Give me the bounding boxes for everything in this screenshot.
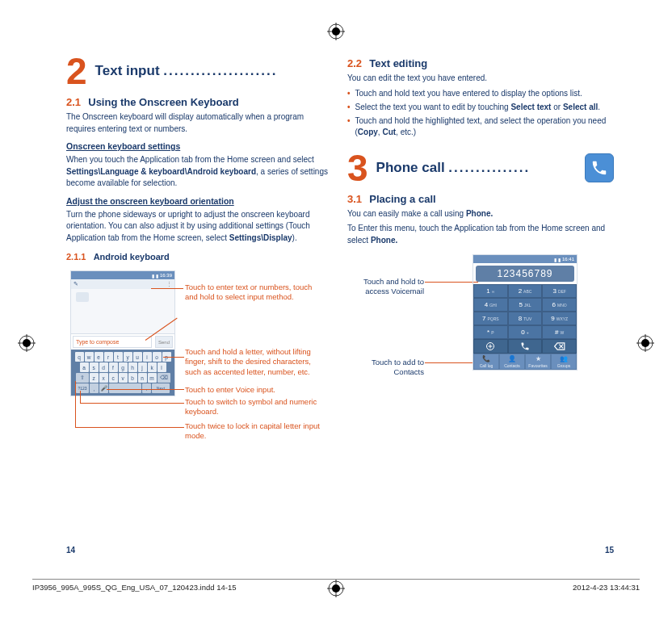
- section-3-1-heading: 3.1 Placing a call: [347, 193, 614, 205]
- annotation-symbol: Touch to switch to symbol and numeric ke…: [185, 397, 326, 417]
- dialer-screenshot: ▮ ▮16:41 123456789 1∞2ABC3DEF4GHI5JKL6MN…: [472, 254, 578, 371]
- section-2-1-intro: The Onscreen keyboard will display autom…: [66, 111, 333, 135]
- dialer-figure: Touch and hold to access Voicemail Touch…: [347, 254, 614, 408]
- message-area: [71, 289, 174, 333]
- dial-key[interactable]: 6MNO: [542, 298, 577, 312]
- dialer-tab[interactable]: 👤Contacts: [499, 354, 525, 370]
- dial-key[interactable]: #W: [542, 325, 577, 339]
- letter-key[interactable]: m: [148, 373, 157, 383]
- letter-key[interactable]: u: [133, 352, 142, 362]
- status-bar: ▮ ▮16:39: [71, 271, 174, 279]
- keyboard-figure: ▮ ▮16:39 ✎⋮ Type to compose Send qwertyu…: [66, 268, 333, 470]
- dial-key[interactable]: 2ABC: [508, 284, 543, 298]
- registration-mark-top-icon: [327, 23, 345, 40]
- letter-key[interactable]: z: [90, 373, 99, 383]
- dialer-tab[interactable]: 👥Groups: [551, 354, 577, 370]
- chapter-2-heading: 2 Text input .....................: [66, 52, 333, 90]
- letter-key[interactable]: c: [109, 373, 118, 383]
- dial-key[interactable]: 5JKL: [508, 298, 543, 312]
- letter-key[interactable]: f: [109, 362, 118, 372]
- adjust-orientation-head: Adjust the onscreen keyboard orientation: [66, 196, 333, 206]
- letter-key[interactable]: h: [128, 362, 137, 372]
- dialer-tabs: 📞Call log👤Contacts★Favourites👥Groups: [473, 354, 577, 370]
- dialer-action-row: [473, 339, 577, 354]
- dial-key[interactable]: *P: [473, 325, 508, 339]
- letter-key[interactable]: e: [94, 352, 103, 362]
- letter-key[interactable]: y: [124, 352, 132, 362]
- leader-dots: ...............: [448, 160, 530, 175]
- leader-line: [107, 389, 184, 390]
- letter-key[interactable]: o: [153, 352, 162, 362]
- compose-row: Type to compose Send: [71, 333, 174, 350]
- add-contact-button[interactable]: [473, 339, 508, 354]
- next-key[interactable]: Next: [152, 383, 170, 393]
- dial-key[interactable]: 1∞: [473, 284, 508, 298]
- comma-key[interactable]: ,: [90, 383, 99, 393]
- letter-key[interactable]: d: [99, 362, 108, 372]
- letter-key[interactable]: k: [148, 362, 157, 372]
- letter-key[interactable]: q: [75, 352, 84, 362]
- message-bubble: [76, 292, 89, 302]
- chapter-title-text: Text input: [95, 63, 160, 78]
- letter-key[interactable]: n: [138, 373, 147, 383]
- letter-key[interactable]: v: [119, 373, 128, 383]
- page-left: 2 Text input ..................... 2.1 U…: [66, 52, 333, 537]
- keyboard-screenshot: ▮ ▮16:39 ✎⋮ Type to compose Send qwertyu…: [70, 270, 175, 396]
- dialer-tab[interactable]: ★Favourites: [525, 354, 551, 370]
- compose-input[interactable]: Type to compose: [73, 336, 152, 348]
- leader-line: [425, 282, 478, 283]
- leader-line: [75, 427, 184, 428]
- letter-key[interactable]: a: [80, 362, 89, 372]
- letter-key[interactable]: l: [158, 362, 166, 372]
- dial-key[interactable]: 9WXYZ: [542, 312, 577, 325]
- letter-key[interactable]: s: [90, 362, 99, 372]
- annotation-caps-lock: Touch twice to lock in capital letter in…: [185, 421, 326, 442]
- dial-key[interactable]: 0+: [508, 325, 543, 339]
- period-key[interactable]: .: [142, 383, 151, 393]
- registration-mark-left-icon: [18, 334, 36, 352]
- page-right: 2.2 Text editing You can edit the text y…: [347, 52, 614, 537]
- leader-dots: .....................: [163, 63, 277, 78]
- delete-key[interactable]: ⌫: [158, 373, 170, 383]
- dial-key[interactable]: 7PQRS: [473, 312, 508, 325]
- letter-key[interactable]: r: [104, 352, 113, 362]
- page-number-left: 14: [66, 546, 75, 555]
- status-bar: ▮ ▮16:41: [473, 255, 577, 263]
- leader-line: [163, 357, 184, 358]
- annotation-voice: Touch to enter Voice input.: [185, 385, 326, 395]
- section-2-2-heading: 2.2 Text editing: [347, 57, 614, 69]
- letter-key[interactable]: j: [138, 362, 147, 372]
- backspace-button[interactable]: [542, 339, 577, 354]
- call-button[interactable]: [508, 339, 543, 354]
- annotation-voicemail: Touch and hold to access Voicemail: [343, 277, 424, 297]
- section-2-1-heading: 2.1 Using the Onscreen Keyboard: [66, 96, 333, 108]
- print-footer: IP3956_995A_995S_QG_Eng_USA_07_120423.in…: [32, 579, 640, 592]
- dial-key[interactable]: 4GHI: [473, 298, 508, 312]
- leader-line: [80, 403, 184, 404]
- footer-datetime: 2012-4-23 13:44:31: [573, 583, 640, 592]
- dial-key[interactable]: 8TUV: [508, 312, 543, 325]
- letter-key[interactable]: g: [119, 362, 128, 372]
- chapter-number: 3: [347, 149, 368, 186]
- footer-filename: IP3956_995A_995S_QG_Eng_USA_07_120423.in…: [32, 583, 237, 592]
- mic-key[interactable]: 🎤: [99, 383, 108, 393]
- annotation-input-method: Touch to enter text or numbers, touch an…: [185, 283, 326, 303]
- section-2-1-1-heading: 2.1.1 Android keyboard: [66, 252, 333, 262]
- dial-key[interactable]: 3DEF: [542, 284, 577, 298]
- symbol-key[interactable]: ?123: [76, 383, 89, 393]
- space-key[interactable]: [109, 383, 141, 393]
- letter-key[interactable]: w: [85, 352, 94, 362]
- letter-key[interactable]: b: [128, 373, 137, 383]
- letter-key[interactable]: i: [143, 352, 152, 362]
- chapter-3-heading: 3 Phone call ...............: [347, 149, 614, 186]
- dialer-tab[interactable]: 📞Call log: [473, 354, 499, 370]
- leader-line: [75, 381, 76, 427]
- send-button[interactable]: Send: [155, 336, 173, 348]
- dialer-keypad: 1∞2ABC3DEF4GHI5JKL6MNO7PQRS8TUV9WXYZ*P0+…: [473, 284, 577, 339]
- shift-key[interactable]: ⇧: [76, 373, 89, 383]
- leader-line: [151, 288, 183, 289]
- bullet-3: • Touch and hold the highlighted text, a…: [347, 115, 614, 138]
- letter-key[interactable]: x: [99, 373, 108, 383]
- chapter-title-text: Phone call: [376, 160, 445, 175]
- letter-key[interactable]: t: [114, 352, 123, 362]
